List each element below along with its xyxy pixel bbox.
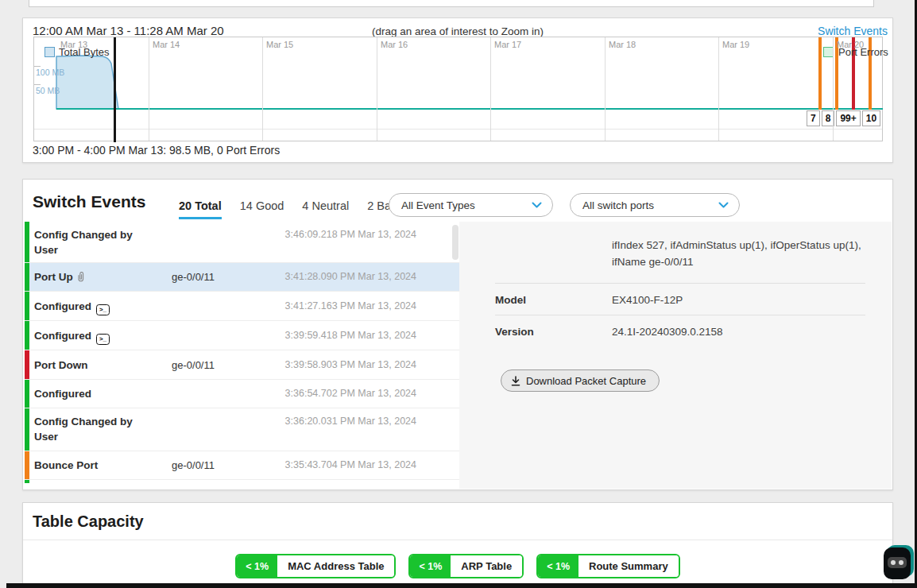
event-row[interactable]: Port Downge-0/0/113:39:58.903 PM Mar 13,… [25,350,459,380]
timeline-card: 12:00 AM Mar 13 - 11:28 AM Mar 20 (drag … [22,17,893,163]
capacity-badge[interactable]: < 1%ARP Table [408,554,524,578]
event-name: Port Down [34,358,153,373]
section-title-switch-events: Switch Events [33,192,145,211]
event-timestamp: 3:39:58.903 PM Mar 13, 2024 [285,359,416,370]
divider [495,315,865,315]
download-packet-capture-label: Download Packet Capture [526,375,646,387]
chevron-down-icon [718,202,729,209]
list-scrollbar-thumb[interactable] [452,225,458,260]
chart-column-separator [377,37,377,141]
chevron-down-icon [532,202,542,209]
switch-port-dropdown[interactable]: All switch ports [570,193,740,217]
port-errors-baseline [56,108,883,110]
capacity-percentage: < 1% [538,555,578,577]
y-axis-label: 50 MB [36,86,60,95]
chart-column-separator [605,37,606,141]
chart-column-separator [490,37,491,141]
detail-field-value: EX4100-F-12P [612,294,683,306]
event-timestamp: 3:41:27.163 PM Mar 13, 2024 [285,300,416,311]
severity-strip [25,380,29,408]
event-description: ifIndex 527, ifAdminStatus up(1), ifOper… [612,238,874,271]
capacity-label: ARP Table [451,555,522,577]
event-name: Configured>_ [34,329,153,345]
severity-strip [25,292,29,320]
event-name: Configured [34,387,153,402]
capacity-percentage: < 1% [410,555,451,577]
y-axis-tick [34,66,41,67]
event-timestamp: 3:35:43.704 PM Mar 13, 2024 [285,459,416,470]
y-axis-label: 100 MB [36,68,64,77]
filter-good[interactable]: 14 Good [240,199,284,212]
event-type-dropdown[interactable]: All Event Types [389,193,553,217]
severity-strip [25,263,29,291]
total-bytes-legend-icon [44,47,55,57]
terminal-icon: >_ [96,304,110,315]
event-timestamp: 3:36:54.702 PM Mar 13, 2024 [285,388,416,399]
port-error-badge-row: 7899+10 [807,110,880,126]
previous-card-fragment [29,0,874,7]
event-row[interactable]: Bounce Portge-0/0/113:35:43.704 PM Mar 1… [25,451,459,480]
event-filters: 20 Total14 Good4 Neutral2 Bad [179,199,397,212]
event-detail-panel: ifIndex 527, ifAdminStatus up(1), ifOper… [459,222,892,489]
severity-strip [25,222,29,262]
event-timestamp: 3:46:09.218 PM Mar 13, 2024 [285,229,416,240]
event-name: Config Changed by User [34,228,153,258]
event-name: Port Up [34,270,153,285]
severity-strip [25,321,29,350]
download-icon [511,376,520,386]
capacity-badge[interactable]: < 1%MAC Address Table [235,554,396,578]
event-row[interactable]: Config Changed by User3:36:20.031 PM Mar… [25,408,459,451]
download-packet-capture-button[interactable]: Download Packet Capture [501,369,660,392]
event-port: ge-0/0/11 [172,359,215,371]
x-axis-label: Mar 17 [494,40,521,49]
x-axis-label: Mar 13 [60,40,87,49]
attachment-icon [76,271,85,282]
event-count-badge[interactable]: 99+ [836,110,860,126]
event-name: Bounce Port [34,458,153,474]
timeline-chart[interactable]: 7899+10 Total Bytes Port Errors Mar 13Ma… [33,37,883,141]
section-title-table-capacity: Table Capacity [33,513,144,531]
drag-hint: (drag an area of interest to Zoom in) [23,25,892,37]
event-row[interactable]: Config Changed by User3:46:09.218 PM Mar… [25,222,459,263]
x-axis-label: Mar 18 [609,40,636,49]
total-bytes-area [34,37,884,142]
capacity-label: Route Summary [578,555,679,577]
event-name: Config Changed by User [34,415,153,445]
divider [23,540,892,540]
event-row[interactable]: Configured>_3:41:27.163 PM Mar 13, 2024 [25,292,459,321]
divider [495,283,865,284]
event-row[interactable]: Port Upge-0/0/113:41:28.090 PM Mar 13, 2… [25,263,459,292]
robot-eyes [888,557,907,568]
switch-events-link[interactable]: Switch Events [818,25,888,37]
capacity-badge[interactable]: < 1%Route Summary [536,554,680,578]
event-timestamp: 3:36:20.031 PM Mar 13, 2024 [285,416,416,427]
chart-column-separator [262,37,263,141]
filter-neutral[interactable]: 4 Neutral [302,199,349,212]
severity-strip [25,408,29,451]
event-port: ge-0/0/11 [172,271,215,283]
event-count-badge[interactable]: 10 [862,110,880,126]
chart-gridline [34,129,882,130]
x-axis-label: Mar 14 [153,40,180,49]
chart-column-separator [718,37,719,141]
y-axis-tick [34,84,41,85]
event-row[interactable]: Configured>_3:39:59.418 PM Mar 13, 2024 [25,321,459,350]
time-marker-line [114,37,116,142]
switch-port-dropdown-value: All switch ports [582,199,654,211]
port-error-marker[interactable] [818,37,822,110]
event-type-dropdown-value: All Event Types [401,199,475,211]
event-timestamp: 3:39:59.418 PM Mar 13, 2024 [285,330,416,341]
filter-total[interactable]: 20 Total [179,199,222,212]
chart-column-separator [149,37,149,141]
x-axis-label: Mar 16 [381,40,408,49]
capacity-percentage: < 1% [237,555,277,577]
event-row-partial [25,480,459,483]
event-row[interactable]: Configured3:36:54.702 PM Mar 13, 2024 [25,380,459,408]
capacity-label: MAC Address Table [277,555,394,577]
x-axis-label: Mar 19 [722,40,749,49]
switch-events-card: Switch Events 20 Total14 Good4 Neutral2 … [22,179,893,490]
detail-field-label: Version [495,326,534,338]
assistant-robot-button[interactable] [884,545,914,579]
x-axis-label: Mar 15 [266,40,293,49]
event-count-badge[interactable]: 7 [807,110,820,126]
